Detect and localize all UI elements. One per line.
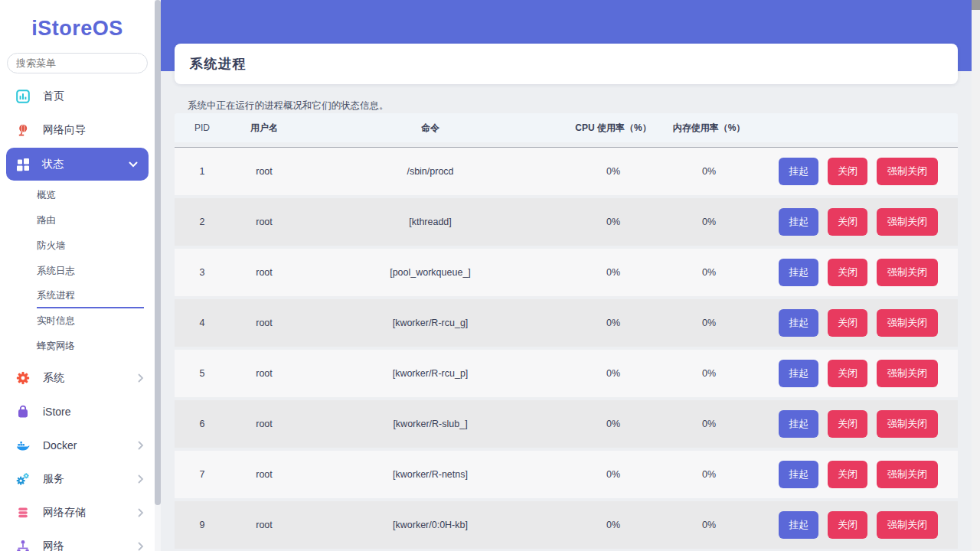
hang-up-button[interactable]: 挂起 bbox=[779, 158, 818, 185]
force-close-button[interactable]: 强制关闭 bbox=[877, 511, 938, 539]
close-button[interactable]: 关闭 bbox=[828, 158, 867, 185]
submenu-item-routes[interactable]: 路由 bbox=[37, 208, 144, 233]
close-button[interactable]: 关闭 bbox=[828, 360, 867, 387]
submenu-item-firewall[interactable]: 防火墙 bbox=[37, 233, 144, 259]
cell-mem: 0% bbox=[665, 267, 753, 278]
storage-database-icon bbox=[16, 506, 30, 520]
chevron-down-icon bbox=[129, 161, 138, 168]
force-close-button[interactable]: 强制关闭 bbox=[877, 360, 938, 387]
close-button[interactable]: 关闭 bbox=[828, 410, 867, 438]
table-row: 3 root [pool_workqueue_] 0% 0% 挂起 关闭 强制关… bbox=[175, 249, 958, 296]
submenu-item-overview[interactable]: 概览 bbox=[37, 183, 144, 208]
sidebar-item-status[interactable]: 状态 bbox=[6, 148, 149, 181]
sidebar-nav: 首页 网络向导 状态 概览 路由 防火墙 系统日志 系统进程 实时信息 蜂窝网络 bbox=[0, 80, 155, 551]
column-header-command: 命令 bbox=[299, 122, 562, 135]
sidebar-scrollbar-thumb[interactable] bbox=[155, 0, 161, 505]
cell-mem: 0% bbox=[665, 419, 753, 429]
cell-actions: 挂起 关闭 强制关闭 bbox=[753, 158, 958, 185]
cell-command: [kworker/R-rcu_p] bbox=[299, 368, 562, 379]
cell-pid: 1 bbox=[175, 166, 230, 177]
cell-actions: 挂起 关闭 强制关闭 bbox=[753, 461, 958, 488]
force-close-button[interactable]: 强制关闭 bbox=[877, 259, 938, 286]
sidebar-item-label: 系统 bbox=[43, 371, 64, 385]
chevron-right-icon bbox=[138, 474, 144, 484]
chevron-right-icon bbox=[138, 508, 144, 517]
cell-command: [kworker/R-rcu_g] bbox=[299, 318, 562, 328]
cell-actions: 挂起 关闭 强制关闭 bbox=[753, 309, 958, 337]
sidebar-item-label: 网络向导 bbox=[43, 123, 86, 137]
submenu-item-system-log[interactable]: 系统日志 bbox=[37, 259, 144, 284]
column-header-pid: PID bbox=[175, 122, 230, 133]
page-description: 系统中正在运行的进程概况和它们的状态信息。 bbox=[188, 99, 389, 112]
force-close-button[interactable]: 强制关闭 bbox=[877, 410, 938, 438]
table-body: 1 root /sbin/procd 0% 0% 挂起 关闭 强制关闭 2 ro… bbox=[175, 147, 958, 549]
hang-up-button[interactable]: 挂起 bbox=[779, 360, 818, 387]
force-close-button[interactable]: 强制关闭 bbox=[877, 309, 938, 337]
table-row: 2 root [kthreadd] 0% 0% 挂起 关闭 强制关闭 bbox=[175, 198, 958, 246]
force-close-button[interactable]: 强制关闭 bbox=[877, 208, 938, 236]
hang-up-button[interactable]: 挂起 bbox=[779, 511, 818, 539]
sidebar-item-network-storage[interactable]: 网络存储 bbox=[0, 496, 155, 530]
hang-up-button[interactable]: 挂起 bbox=[779, 461, 818, 488]
page-scrollbar-thumb[interactable] bbox=[972, 0, 980, 10]
force-close-button[interactable]: 强制关闭 bbox=[877, 158, 938, 185]
cell-command: [kworker/0:0H-kb] bbox=[299, 520, 562, 530]
sidebar-item-label: iStore bbox=[43, 406, 71, 418]
cell-cpu: 0% bbox=[562, 469, 665, 480]
hang-up-button[interactable]: 挂起 bbox=[779, 208, 818, 236]
close-button[interactable]: 关闭 bbox=[828, 309, 867, 337]
cell-actions: 挂起 关闭 强制关闭 bbox=[753, 410, 958, 438]
services-gears-icon bbox=[16, 472, 30, 486]
sidebar-item-services[interactable]: 服务 bbox=[0, 462, 155, 496]
sidebar-item-label: 服务 bbox=[43, 472, 64, 486]
network-wizard-globe-icon bbox=[16, 123, 30, 137]
submenu-item-processes[interactable]: 系统进程 bbox=[37, 284, 144, 308]
cell-pid: 3 bbox=[175, 267, 230, 278]
hang-up-button[interactable]: 挂起 bbox=[779, 410, 818, 438]
cell-mem: 0% bbox=[665, 469, 753, 480]
cell-mem: 0% bbox=[665, 217, 753, 227]
close-button[interactable]: 关闭 bbox=[828, 511, 867, 539]
cell-mem: 0% bbox=[665, 520, 753, 530]
page-scrollbar[interactable] bbox=[972, 0, 980, 551]
cell-cpu: 0% bbox=[562, 520, 665, 530]
home-dashboard-icon bbox=[16, 90, 30, 103]
search-input[interactable] bbox=[7, 53, 148, 73]
force-close-button[interactable]: 强制关闭 bbox=[877, 461, 938, 488]
cell-mem: 0% bbox=[665, 368, 753, 379]
hang-up-button[interactable]: 挂起 bbox=[779, 309, 818, 337]
cell-user: root bbox=[230, 469, 299, 480]
sidebar-item-label: 网络存储 bbox=[43, 506, 86, 520]
close-button[interactable]: 关闭 bbox=[828, 208, 867, 236]
table-row: 4 root [kworker/R-rcu_g] 0% 0% 挂起 关闭 强制关… bbox=[175, 299, 958, 347]
table-row: 1 root /sbin/procd 0% 0% 挂起 关闭 强制关闭 bbox=[175, 148, 958, 195]
cell-actions: 挂起 关闭 强制关闭 bbox=[753, 360, 958, 387]
cell-user: root bbox=[230, 217, 299, 227]
sidebar-item-label: 首页 bbox=[43, 90, 64, 103]
app-logo: iStoreOS bbox=[0, 0, 155, 41]
close-button[interactable]: 关闭 bbox=[828, 461, 867, 488]
cell-command: /sbin/procd bbox=[299, 166, 562, 177]
sidebar-scrollbar[interactable] bbox=[155, 0, 161, 551]
cell-actions: 挂起 关闭 强制关闭 bbox=[753, 259, 958, 286]
submenu-item-realtime-info[interactable]: 实时信息 bbox=[37, 308, 144, 334]
sidebar-item-network[interactable]: 网络 bbox=[0, 530, 155, 551]
hang-up-button[interactable]: 挂起 bbox=[779, 259, 818, 286]
cell-cpu: 0% bbox=[562, 217, 665, 227]
column-header-mem: 内存使用率（%） bbox=[665, 122, 753, 135]
close-button[interactable]: 关闭 bbox=[828, 259, 867, 286]
cell-mem: 0% bbox=[665, 166, 753, 177]
cell-user: root bbox=[230, 166, 299, 177]
cell-command: [kworker/R-netns] bbox=[299, 469, 562, 480]
sidebar-item-home[interactable]: 首页 bbox=[0, 80, 155, 113]
cell-pid: 9 bbox=[175, 520, 230, 530]
sidebar-item-label: Docker bbox=[43, 439, 77, 452]
sidebar-item-docker[interactable]: Docker bbox=[0, 429, 155, 462]
sidebar-item-istore[interactable]: iStore bbox=[0, 395, 155, 429]
submenu-item-cellular[interactable]: 蜂窝网络 bbox=[37, 334, 144, 359]
page-title-card: 系统进程 bbox=[175, 44, 958, 84]
sidebar-item-label: 状态 bbox=[42, 158, 64, 171]
sidebar-item-system[interactable]: 系统 bbox=[0, 361, 155, 395]
sidebar-item-network-wizard[interactable]: 网络向导 bbox=[0, 113, 155, 147]
istore-bag-icon bbox=[16, 405, 30, 419]
